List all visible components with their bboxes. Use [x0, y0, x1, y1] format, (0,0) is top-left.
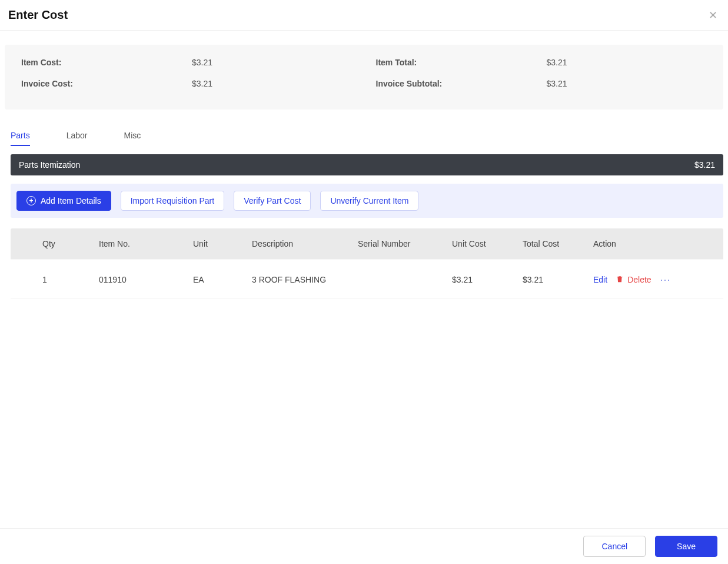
add-item-details-button[interactable]: + Add Item Details [16, 191, 111, 211]
col-action: Action [593, 239, 706, 248]
modal-footer: Cancel Save [0, 528, 728, 564]
table-row: 1 011910 EA 3 ROOF FLASHING $3.21 $3.21 … [11, 261, 723, 298]
delete-label: Delete [627, 275, 651, 284]
cell-description: 3 ROOF FLASHING [252, 275, 358, 284]
parts-itemization-bar: Parts Itemization $3.21 [11, 154, 723, 175]
tab-misc[interactable]: Misc [124, 126, 141, 146]
save-button[interactable]: Save [655, 536, 717, 557]
col-qty: Qty [28, 239, 99, 248]
import-requisition-button[interactable]: Import Requisition Part [121, 191, 224, 211]
cancel-button[interactable]: Cancel [583, 536, 646, 557]
item-total-value: $3.21 [547, 58, 567, 67]
invoice-subtotal-row: Invoice Subtotal: $3.21 [376, 79, 707, 88]
cell-total-cost: $3.21 [523, 275, 593, 284]
add-item-label: Add Item Details [41, 196, 101, 205]
col-item-no: Item No. [99, 239, 193, 248]
section-title: Parts Itemization [19, 160, 80, 170]
verify-part-cost-button[interactable]: Verify Part Cost [234, 191, 311, 211]
invoice-cost-row: Invoice Cost: $3.21 [21, 79, 353, 88]
edit-link[interactable]: Edit [593, 275, 607, 284]
cell-unit-cost: $3.21 [452, 275, 523, 284]
col-serial: Serial Number [358, 239, 452, 248]
invoice-subtotal-label: Invoice Subtotal: [376, 79, 547, 88]
close-icon[interactable]: ✕ [709, 10, 717, 21]
plus-circle-icon: + [26, 196, 36, 205]
item-cost-label: Item Cost: [21, 58, 192, 67]
modal-title: Enter Cost [8, 8, 68, 22]
col-unit: Unit [193, 239, 252, 248]
parts-table: Qty Item No. Unit Description Serial Num… [11, 228, 723, 298]
cell-item-no: 011910 [99, 275, 193, 284]
item-total-label: Item Total: [376, 58, 547, 67]
unverify-current-item-button[interactable]: Unverify Current Item [320, 191, 418, 211]
tab-parts[interactable]: Parts [11, 126, 30, 146]
cell-unit: EA [193, 275, 252, 284]
invoice-cost-value: $3.21 [192, 79, 212, 88]
tab-labor[interactable]: Labor [67, 126, 88, 146]
col-description: Description [252, 239, 358, 248]
cell-qty: 1 [28, 275, 99, 284]
parts-action-bar: + Add Item Details Import Requisition Pa… [11, 184, 723, 218]
cost-summary: Item Cost: $3.21 Item Total: $3.21 Invoi… [5, 45, 723, 110]
trash-icon [616, 275, 624, 285]
modal-header: Enter Cost ✕ [0, 0, 728, 31]
invoice-cost-label: Invoice Cost: [21, 79, 192, 88]
item-total-row: Item Total: $3.21 [376, 58, 707, 67]
invoice-subtotal-value: $3.21 [547, 79, 567, 88]
cell-action: Edit Delete ⋯ [593, 274, 706, 285]
item-cost-row: Item Cost: $3.21 [21, 58, 353, 67]
table-header-row: Qty Item No. Unit Description Serial Num… [11, 228, 723, 259]
delete-link[interactable]: Delete [616, 275, 651, 285]
section-amount: $3.21 [694, 160, 715, 170]
more-icon[interactable]: ⋯ [660, 274, 671, 285]
item-cost-value: $3.21 [192, 58, 212, 67]
col-total-cost: Total Cost [523, 239, 593, 248]
col-unit-cost: Unit Cost [452, 239, 523, 248]
tabs: Parts Labor Misc [11, 126, 726, 146]
